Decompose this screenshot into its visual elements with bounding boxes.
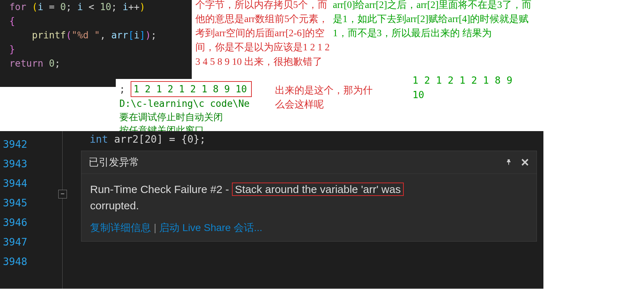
line-number: 3942 <box>3 135 32 154</box>
console-output: ; 1 2 1 2 1 2 1 8 9 10 D:\c-learning\c c… <box>116 79 282 139</box>
console-prefix: ; <box>119 84 125 95</box>
exception-header: 已引发异常 <box>81 151 537 174</box>
line-number: 3947 <box>3 233 32 252</box>
code-line-int-arr2: int arr2[20] = {0}; <box>90 133 206 145</box>
exception-links-row: 复制详细信息|启动 Live Share 会话... <box>81 221 537 241</box>
printf-call: printf <box>32 30 66 41</box>
pin-icon[interactable] <box>505 158 513 167</box>
line-number: 3945 <box>3 193 32 213</box>
code-editor-snippet: for (i = 0; i < 10; i++) { printf("%d ",… <box>0 0 192 87</box>
exception-popup: 已引发异常 Run-Time Check Failure #2 - Stack … <box>81 151 537 242</box>
exception-highlight: Stack around the variable 'arr' was <box>232 183 403 196</box>
exception-message: Run-Time Check Failure #2 - Stack around… <box>81 174 537 221</box>
console-result-highlight: 1 2 1 2 1 2 1 8 9 10 <box>131 81 252 97</box>
line-number: 3946 <box>3 213 32 233</box>
console-path: D:\c-learning\c code\Ne <box>119 98 250 109</box>
ide-editor-panel: 3942 3943 3944 3945 3946 3947 3948 − int… <box>0 131 543 289</box>
code-content-area[interactable]: − int arr2[20] = {0}; 已引发异常 Run-Time Che… <box>32 131 543 289</box>
exception-title: 已引发异常 <box>89 155 139 169</box>
console-msg1: 要在调试停止时自动关闭 <box>119 112 223 122</box>
line-number-gutter: 3942 3943 3944 3945 3946 3947 3948 <box>0 131 32 289</box>
line-number: 3944 <box>3 174 32 193</box>
annotation-green-explanation: arr[0]给arr[2]之后，arr[2]里面将不在是3了，而是1，如此下去到… <box>333 0 535 40</box>
line-number: 3948 <box>3 252 32 272</box>
fold-collapse-icon[interactable]: − <box>58 190 67 198</box>
live-share-link[interactable]: 启动 Live Share 会话... <box>159 222 262 233</box>
annotation-green-result: 1 2 1 2 1 2 1 8 9 <box>412 75 512 86</box>
copy-details-link[interactable]: 复制详细信息 <box>90 222 151 233</box>
annotation-green-result-cont: 10 <box>412 89 424 100</box>
annotation-red-question: 出来的是这个，那为什么会这样呢 <box>275 83 376 112</box>
close-icon[interactable] <box>521 158 529 167</box>
line-number: 3943 <box>3 154 32 174</box>
annotation-red-explanation: 个字节，所以内存拷贝5个，而他的意思是arr数组前5个元素，考到arr空间的后面… <box>195 0 333 69</box>
keyword-for: for <box>9 1 26 12</box>
fold-guide-line: − <box>62 131 73 289</box>
